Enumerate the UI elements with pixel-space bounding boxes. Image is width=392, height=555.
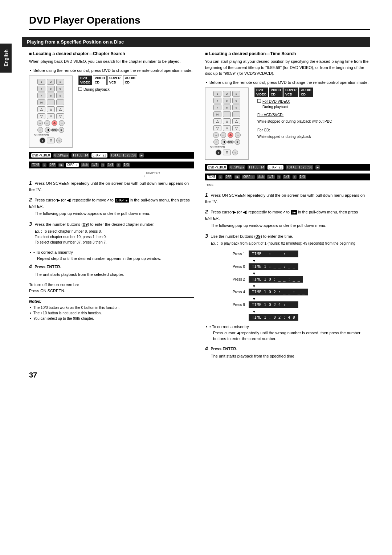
- time-row-1: Press 0 TIME 1 : _ _ : _ _: [227, 263, 370, 270]
- time-arrow-2: ▼: [252, 284, 256, 288]
- remote-btn-nav3: ▶: [58, 127, 64, 133]
- right-subsection-title: Locating a desired position—Time Search: [205, 51, 370, 56]
- off-label: OFF: [49, 163, 56, 167]
- r-info-total: TOTAL 1:25:58: [286, 165, 313, 170]
- time-label: TIME: [31, 163, 40, 167]
- r-info-dvd: DVD-VIDEO: [207, 165, 227, 170]
- playback-labels: For DVD VIDEO: During playback For VCD/S…: [257, 99, 332, 140]
- left-step3-ex2: To select chapter number 37, press 3 the…: [35, 240, 107, 244]
- box-icon: □: [101, 163, 105, 167]
- info-mbps: 8.5Mbps: [53, 153, 69, 158]
- arrow-down-label: ↓: [95, 175, 194, 178]
- time-label-press1: Press 1: [227, 252, 245, 256]
- time-row-5: TIME 1 : 0 2 : 4 9: [227, 314, 370, 321]
- right-step2-sub: The following pop-up window appears unde…: [211, 223, 370, 229]
- r-btn-3: 3: [232, 91, 240, 97]
- vcd-label-text: While stopped or during playback without…: [257, 119, 332, 123]
- time-row-0: Press 1 TIME _ : _ _ : _ _: [227, 250, 370, 257]
- r-1-3c: 1/3: [299, 175, 306, 179]
- remote-btn-down3: ▽: [56, 113, 64, 119]
- vcd-playback-label: For VCD/SVCD: While stopped or during pl…: [257, 112, 332, 125]
- left-step4-title: Press ENTER.: [34, 265, 61, 269]
- r-info-mbps: 8.5Mbps: [229, 165, 245, 170]
- time-label-press2: Press 2: [227, 277, 245, 281]
- time-display-2: TIME 1 0 : _ _ : _ _: [249, 276, 303, 283]
- r-btn-7: 7: [213, 105, 221, 110]
- remote-diagram-right: 1 2 3 4 5 6 7 8 9 10: [205, 87, 249, 160]
- right-info-bar2: TIME ↻ OFF ⊙▶ CHAP + ⓓⓓ 1/3 □ 1/3 ♪ 1/3: [205, 174, 370, 180]
- time-arrow-row-4: ▼: [227, 310, 370, 314]
- time-arrow-4: ▼: [252, 310, 256, 314]
- checkbox-sq: [78, 87, 82, 91]
- right-remote-area: 1 2 3 4 5 6 7 8 9 10: [205, 87, 370, 160]
- remote-btn-down-big: ▽: [47, 138, 55, 143]
- chapter-label: CHAPTER: [112, 171, 195, 175]
- info-title: TITLE 14: [72, 153, 89, 158]
- left-step1-num: 1: [29, 180, 32, 186]
- remote-btn-5: 5: [47, 86, 55, 91]
- music-icon: ♪: [117, 163, 121, 167]
- right-to-correct: • To correct a misentry Press cursor ◀ r…: [205, 324, 370, 342]
- left-remote-area: 1 2 3 4 5 6 7 8 9: [29, 76, 194, 148]
- r-screen: ●: [216, 150, 221, 155]
- time-arrow-row-2: ▼: [227, 284, 370, 288]
- remote-btn-tri1: △: [37, 106, 45, 112]
- left-to-correct: • To correct a misentry Repeat step 3 un…: [29, 249, 194, 261]
- time-row-4: Press 9 TIME 1 0 2 4 : _ _: [227, 301, 370, 308]
- info-total: TOTAL 1:25:58: [110, 153, 137, 158]
- time-label-press0: Press 0: [227, 265, 245, 269]
- left-step2-sub: The following pop-up window appears unde…: [35, 211, 194, 217]
- vcd-label-title: For VCD/SVCD:: [257, 113, 283, 117]
- during-playback-text: During playback: [83, 87, 110, 92]
- left-info-bar: DVD-VIDEO 8.5Mbps TITLE 14 CHAP 23 TOTAL…: [29, 152, 194, 159]
- r-badge-svcd: SUPERVCD: [283, 87, 298, 97]
- r-down-big: ▽: [223, 150, 231, 155]
- badge-super-vcd: SUPERVCD: [107, 76, 122, 85]
- checkbox-dvd: [257, 99, 261, 103]
- r-info-chap: CHAP 23: [268, 165, 283, 170]
- right-time-sublabel: TIME: [205, 183, 370, 187]
- r-circle1: ○: [213, 132, 219, 138]
- r-time-label: TIME: [207, 175, 216, 179]
- time-row-2: Press 2 TIME 1 0 : _ _ : _ _: [227, 276, 370, 283]
- right-correct-text: Press cursor ◀ repeatedly until the wron…: [209, 330, 370, 342]
- r-info-play: ▶: [315, 165, 319, 170]
- left-step3: 3 Press the number buttons (0̲9̲) to ent…: [29, 221, 194, 245]
- remote-diagram-left: 1 2 3 4 5 6 7 8 9: [29, 76, 73, 148]
- dvd-label-text: During playback: [262, 105, 289, 109]
- r-badge-vcd: VIDEOCD: [269, 87, 283, 97]
- right-bullet1: Before using the remote control, press D…: [205, 79, 370, 86]
- cd-playback-label: For CD: While stopped or during playback: [257, 127, 332, 140]
- info-play-icon: ▶: [139, 153, 143, 158]
- right-step2: 2 Press cursor▶ (or ◀) repeatedly to mov…: [205, 209, 370, 229]
- badge-audio-cd: AUDIOCD: [123, 76, 137, 85]
- right-step3-num: 3: [205, 233, 208, 239]
- page-number: 37: [29, 371, 370, 379]
- right-step2-text: Press cursor▶ (or ◀) repeatedly to move↗…: [205, 210, 358, 220]
- repeat-icon: ↻: [42, 163, 46, 167]
- r-circ-play: ⊙▶: [234, 175, 240, 179]
- remote-btn-7: 7: [37, 93, 45, 98]
- time-arrow-row-0: ▼: [227, 259, 370, 263]
- r-circle3: ○: [235, 132, 241, 138]
- r-off: OFF: [225, 175, 232, 179]
- left-notes-title: Notes:: [29, 299, 194, 303]
- remote-btn-nav2: ◀: [45, 127, 50, 133]
- right-step1-text: Press ON SCREEN repeatedly until the on-…: [205, 193, 365, 204]
- during-playback-label: During playback: [78, 87, 137, 92]
- time-table: Press 1 TIME _ : _ _ : _ _ ▼ Press 0 TIM…: [227, 250, 370, 321]
- right-step3: 3 Use the number buttons (0̲9̲) to enter…: [205, 233, 370, 246]
- remote-btn-4: 4: [37, 86, 45, 91]
- time-arrow-row-3: ▼: [227, 297, 370, 301]
- time-arrow-row-1: ▼: [227, 272, 370, 276]
- left-step2: 2 Press cursor▶ (or ◀) repeatedly to mov…: [29, 197, 194, 217]
- right-step4-num: 4: [205, 346, 208, 351]
- time-arrow-0: ▼: [252, 259, 256, 263]
- info-dvd-video: DVD-VIDEO: [31, 153, 51, 158]
- cd-label-text: While stopped or during playback: [257, 135, 311, 139]
- remote-btn-0l: [47, 99, 55, 105]
- r-chap2: CHAP +: [242, 175, 255, 179]
- left-step3-ex1: To select chapter number 10, press 1 the…: [35, 235, 107, 239]
- left-note3: You can select up to the 99th chapter.: [29, 316, 194, 321]
- left-intro: When playing back DVD VIDEO, you can sea…: [29, 58, 194, 65]
